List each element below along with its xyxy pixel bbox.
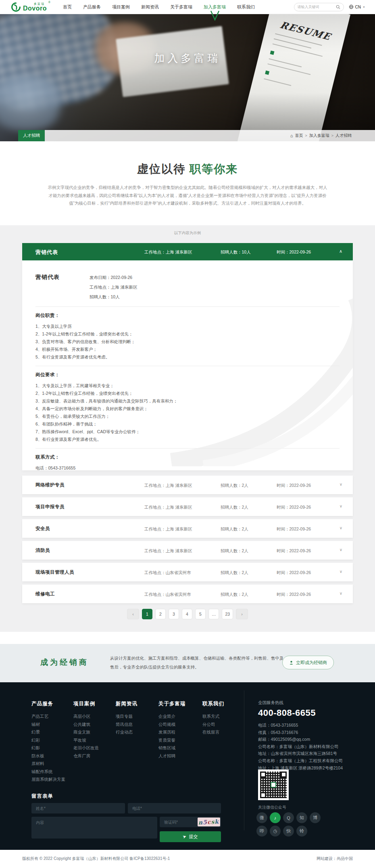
- job-row-electrician[interactable]: 维修电工 工作地点：山东省滨州市 招聘人数：2人 时间：2022-09-26 ∨: [22, 585, 353, 603]
- kuaishou-icon[interactable]: 快: [283, 826, 294, 837]
- become-dealer-button[interactable]: 立即成为经销商: [282, 656, 334, 669]
- time-value: 2022-09-26: [290, 483, 311, 488]
- douyin-icon[interactable]: ♪: [270, 812, 281, 823]
- page-ellipsis[interactable]: …: [208, 609, 219, 619]
- site-builder-link[interactable]: 网站建设：尚品中国: [317, 856, 353, 862]
- jobs-section: 以下内容为示例 营销代表 工作地点：上海 浦东新区 招聘人数：10人 时间：20…: [0, 225, 375, 632]
- footer-divider: [244, 690, 244, 830]
- time-value: 2022-09-26: [290, 548, 311, 553]
- main-nav: 首页 产品服务 项目案例 新闻资讯 关于多富瑞 加入多富瑞 联系我们: [63, 4, 255, 10]
- hero-banner: RESUME 加入多富瑞 人才招聘 ⌂ 首页> 加入多富瑞> 人才招聘>: [0, 14, 375, 141]
- logo[interactable]: 多富瑞 Dovoro ®: [11, 2, 47, 12]
- footer-link[interactable]: 公共建筑: [73, 722, 99, 727]
- submit-button[interactable]: ➤提交: [160, 831, 221, 842]
- job-row-network[interactable]: 网络维护专员 工作地点：上海 浦东新区 招聘人数：2人 时间：2022-09-2…: [22, 476, 353, 494]
- chevron-down-icon[interactable]: ∨: [340, 569, 342, 574]
- next-page-button[interactable]: ›: [236, 609, 248, 619]
- footer-link[interactable]: 幻影: [31, 746, 65, 750]
- breadcrumb-bar: 人才招聘 ⌂ 首页> 加入多富瑞> 人才招聘>: [18, 130, 375, 141]
- contact-line: 传真：0543-3716676: [258, 729, 343, 736]
- footer-link[interactable]: 销售区域: [158, 746, 186, 750]
- location-value: 上海 浦东新区: [111, 285, 138, 289]
- count-label: 招聘人数：: [221, 570, 242, 575]
- page-5[interactable]: 5: [195, 609, 206, 619]
- nav-item-contact[interactable]: 联系我们: [237, 4, 255, 10]
- footer-link[interactable]: 平改坡: [73, 738, 99, 742]
- chevron-down-icon[interactable]: ∨: [340, 547, 342, 552]
- header: 多富瑞 Dovoro ® 首页 产品服务 项目案例 新闻资讯 关于多富瑞 加入多…: [0, 0, 375, 14]
- footer-link[interactable]: 原材料: [31, 761, 65, 766]
- message-input[interactable]: [31, 817, 157, 839]
- footer-link[interactable]: 仓库厂房: [73, 754, 99, 758]
- bilibili-icon[interactable]: 哔: [256, 826, 267, 837]
- clock-icon[interactable]: ◷: [270, 826, 281, 837]
- paper-plane-icon: ➤: [182, 834, 187, 840]
- footer-link[interactable]: 屋面系统解决方案: [31, 777, 65, 782]
- footer-link[interactable]: 企业简介: [158, 714, 186, 719]
- qq-icon[interactable]: Q: [283, 812, 294, 823]
- search-input[interactable]: [298, 5, 336, 9]
- home-icon[interactable]: ⌂: [290, 133, 293, 138]
- bell-icon[interactable]: 铃: [296, 826, 307, 837]
- footer-link[interactable]: 产品工艺: [31, 714, 65, 719]
- nav-item-home[interactable]: 首页: [63, 4, 72, 10]
- chevron-up-icon[interactable]: ∧: [339, 249, 342, 254]
- hero-title: 加入多富瑞: [0, 51, 375, 65]
- footer-link[interactable]: 联系方式: [202, 714, 224, 719]
- footer-link[interactable]: 老旧小区改造: [73, 746, 99, 750]
- page-23[interactable]: 23: [222, 609, 233, 619]
- page-3[interactable]: 3: [169, 609, 179, 619]
- nav-item-join[interactable]: 加入多富瑞: [204, 4, 226, 10]
- name-input[interactable]: [31, 803, 125, 813]
- nav-item-cases[interactable]: 项目案例: [112, 4, 130, 10]
- chevron-down-icon[interactable]: ∨: [340, 482, 342, 486]
- footer-link[interactable]: 高层小区: [73, 714, 99, 719]
- footer: 产品服务 产品工艺辅材幻景幻彩幻影防水板原材料辅配件系统屋面系统解决方案 项目案…: [0, 682, 375, 850]
- phone-input[interactable]: [128, 803, 221, 813]
- footer-link[interactable]: 资质荣誉: [158, 738, 186, 742]
- nav-item-products[interactable]: 产品服务: [83, 4, 101, 10]
- wechat-icon[interactable]: 微: [256, 812, 267, 823]
- search-icon[interactable]: [336, 5, 340, 9]
- page-2[interactable]: 2: [155, 609, 166, 619]
- prev-page-button[interactable]: ‹: [127, 609, 139, 619]
- job-row-declare[interactable]: 项目申报专员 工作地点：上海 浦东新区 招聘人数：2人 时间：2022-09-2…: [22, 497, 353, 516]
- footer-link[interactable]: 防水板: [31, 754, 65, 758]
- footer-link[interactable]: 简讯信息: [116, 722, 138, 727]
- chevron-down-icon[interactable]: ∨: [340, 591, 342, 595]
- chevron-down-icon[interactable]: ∨: [340, 504, 342, 508]
- nav-item-about[interactable]: 关于多富瑞: [170, 4, 192, 10]
- page-4[interactable]: 4: [182, 609, 192, 619]
- featured-job-header[interactable]: 营销代表 工作地点：上海 浦东新区 招聘人数：10人 时间：2022-09-26…: [22, 243, 353, 260]
- footer-link[interactable]: 发展历程: [158, 730, 186, 734]
- chevron-down-icon[interactable]: ∨: [340, 526, 342, 530]
- count-value: 2人: [242, 548, 248, 553]
- footer-link[interactable]: 公司规模: [158, 722, 186, 727]
- footer-link[interactable]: 项目专题: [116, 714, 138, 719]
- location-value: 上海 浦东新区: [166, 483, 192, 488]
- publish-value: 2022-09-26: [111, 275, 133, 280]
- footer-link[interactable]: 商业文旅: [73, 730, 99, 734]
- weibo-icon[interactable]: 博: [310, 812, 321, 823]
- job-row-safety[interactable]: 安全员 工作地点：上海 浦东新区 招聘人数：2人 时间：2022-09-26 ∨: [22, 519, 353, 538]
- zhihu-icon[interactable]: 知: [296, 812, 307, 823]
- nav-item-news[interactable]: 新闻资讯: [141, 4, 159, 10]
- footer-link[interactable]: 辅配件系统: [31, 769, 65, 774]
- footer-link[interactable]: 人才招聘: [158, 754, 186, 758]
- qr-caption: 关注微信公众号: [258, 805, 286, 810]
- requirement-item: 5、有责任心，能承受较大的工作压力；: [35, 413, 340, 420]
- captcha-image[interactable]: n5csk: [198, 818, 220, 826]
- job-row-fire[interactable]: 消防员 工作地点：上海 浦东新区 招聘人数：2人 时间：2022-09-26 ∨: [22, 541, 353, 560]
- footer-link[interactable]: 辅材: [31, 722, 65, 727]
- footer-link[interactable]: 在线留言: [202, 730, 224, 734]
- language-switch[interactable]: CN ▼: [349, 4, 365, 9]
- location-label: 工作地点：: [90, 285, 111, 289]
- footer-link[interactable]: 分公司: [202, 722, 224, 727]
- contact-lines: 电话：0543-3716655传真：0543-3716676邮箱：4901250…: [258, 722, 343, 772]
- footer-link[interactable]: 行业动态: [116, 730, 138, 734]
- job-row-site[interactable]: 现场项目管理人员 工作地点：山东省滨州市 招聘人数：2人 时间：2022-09-…: [22, 563, 353, 581]
- copyright-text: 版权所有 © 2022 Copyright 多富瑞（山东）新材料有限公司 鲁IC…: [22, 856, 170, 862]
- footer-link[interactable]: 幻景: [31, 730, 65, 734]
- page-1[interactable]: 1: [142, 609, 152, 619]
- footer-link[interactable]: 幻彩: [31, 738, 65, 742]
